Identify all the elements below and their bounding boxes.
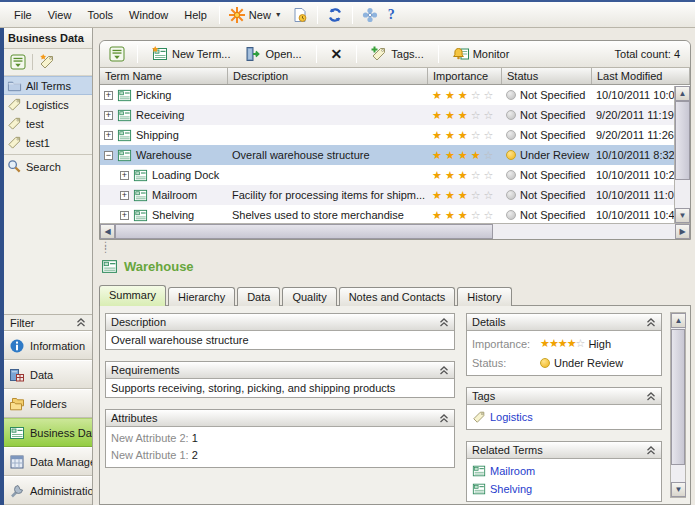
cell-importance: ★★★☆☆: [428, 125, 502, 145]
horizontal-scrollbar[interactable]: ◀ ▶: [100, 223, 690, 239]
expand-toggle[interactable]: +: [120, 171, 129, 180]
nav-administration[interactable]: Administration: [4, 476, 92, 505]
collapse-panel-icon[interactable]: [439, 366, 449, 375]
expand-toggle[interactable]: +: [120, 191, 129, 200]
toolbar-separator: [438, 45, 439, 63]
sidebar-item-test[interactable]: test: [4, 114, 92, 133]
help-button[interactable]: ?: [383, 5, 400, 25]
details-panel-header[interactable]: Details: [467, 314, 661, 331]
cell-importance: ★★★★☆: [428, 145, 502, 165]
sidebar-item-test1[interactable]: test1: [4, 133, 92, 152]
tab-quality[interactable]: Quality: [282, 287, 336, 306]
related-terms-panel-header[interactable]: Related Terms: [467, 442, 661, 459]
scroll-down-button[interactable]: ▼: [675, 208, 690, 223]
open-button[interactable]: Open...: [240, 44, 306, 64]
collapse-panel-icon[interactable]: [439, 318, 449, 327]
description-panel-header[interactable]: Description: [106, 314, 454, 331]
table-row-warehouse[interactable]: − Warehouse Overall warehouse structure …: [100, 145, 690, 165]
scrollbar-thumb[interactable]: [671, 329, 685, 465]
scroll-right-button[interactable]: ▶: [675, 224, 690, 239]
expand-toggle[interactable]: +: [120, 211, 129, 220]
table-row-shipping[interactable]: + Shipping ★★★☆☆ Not Specified 9/20/2011…: [100, 125, 690, 145]
filter-label: Filter: [10, 317, 34, 329]
collapse-panel-icon[interactable]: [646, 392, 656, 401]
nav-business-data[interactable]: Business Data: [4, 418, 92, 447]
expand-toggle[interactable]: +: [104, 131, 113, 140]
grid-rows: + Picking ★★★☆☆ Not Specified 10/10/2011…: [100, 85, 690, 225]
expand-toggle[interactable]: +: [104, 91, 113, 100]
new-button[interactable]: New ▼: [224, 5, 287, 25]
term-icon: [117, 88, 132, 103]
column-header-last-modified[interactable]: Last Modified: [592, 68, 690, 84]
tags-panel: Tags Logistics: [466, 387, 662, 430]
tab-history[interactable]: History: [457, 287, 511, 306]
collapse-panel-icon[interactable]: [646, 446, 656, 455]
delete-button[interactable]: ✕: [326, 44, 348, 64]
menu-file[interactable]: File: [6, 5, 40, 25]
column-header-term-name[interactable]: Term Name: [100, 68, 228, 84]
scrollbar-thumb[interactable]: [115, 224, 493, 239]
toolbar-separator: [32, 54, 33, 70]
column-header-description[interactable]: Description: [228, 68, 428, 84]
monitor-button[interactable]: Monitor: [448, 44, 515, 64]
options-button[interactable]: [357, 5, 383, 25]
menu-view[interactable]: View: [40, 5, 80, 25]
new-tag-button[interactable]: [36, 52, 58, 72]
scroll-up-button[interactable]: ▲: [675, 86, 690, 101]
panel-splitter[interactable]: ⋮⋮: [99, 240, 691, 253]
details-panel: Details Importance: ★★★★☆ High Stat: [466, 313, 662, 376]
toolbar-separator: [219, 6, 220, 24]
vertical-scrollbar[interactable]: ▲ ▼: [670, 312, 686, 498]
column-header-status[interactable]: Status: [502, 68, 592, 84]
requirements-panel-header[interactable]: Requirements: [106, 362, 454, 379]
menu-window[interactable]: Window: [121, 5, 176, 25]
tab-data[interactable]: Data: [237, 287, 280, 306]
tab-notes-and-contacts[interactable]: Notes and Contacts: [339, 287, 456, 306]
table-row-shelving[interactable]: + Shelving Shelves used to store merchan…: [100, 205, 690, 225]
table-row-receiving[interactable]: + Receiving ★★★☆☆ Not Specified 9/20/201…: [100, 105, 690, 125]
related-term-mailroom[interactable]: Mailroom: [472, 462, 656, 480]
menu-tools[interactable]: Tools: [79, 5, 121, 25]
panel-title: Description: [111, 316, 166, 328]
tab-summary[interactable]: Summary: [99, 285, 166, 306]
nav-information[interactable]: Information: [4, 331, 92, 360]
folders-icon: [9, 396, 25, 412]
attributes-panel-header[interactable]: Attributes: [106, 410, 454, 427]
column-header-importance[interactable]: Importance: [428, 68, 502, 84]
scrollbar-thumb[interactable]: [675, 101, 690, 180]
sidebar-item-search[interactable]: Search: [4, 157, 92, 176]
tag-link-logistics[interactable]: Logistics: [472, 408, 656, 426]
menu-help[interactable]: Help: [176, 5, 215, 25]
total-count: Total count: 4: [615, 48, 684, 60]
nav-folders[interactable]: Folders: [4, 389, 92, 418]
nav-data-management[interactable]: Data Management: [4, 447, 92, 476]
table-row-mailroom[interactable]: + Mailroom Facility for processing items…: [100, 185, 690, 205]
new-term-button[interactable]: New Term...: [147, 44, 235, 64]
collapse-list-button[interactable]: [7, 52, 29, 72]
refresh-button[interactable]: [322, 5, 348, 25]
table-row-loading-dock[interactable]: + Loading Dock ★★★☆☆ Not Specified 10/10…: [100, 165, 690, 185]
related-term-shelving[interactable]: Shelving: [472, 480, 656, 498]
collapse-panel-icon[interactable]: [439, 414, 449, 423]
scroll-up-button[interactable]: ▲: [671, 313, 686, 328]
tags-panel-header[interactable]: Tags: [467, 388, 661, 405]
collapse-toggle[interactable]: −: [104, 151, 113, 160]
collapse-list-button[interactable]: [106, 44, 128, 64]
cell-status: Under Review: [502, 145, 592, 165]
cell-description: [228, 165, 428, 185]
nav-data[interactable]: Data: [4, 360, 92, 389]
splitter-handle[interactable]: ⋮⋮: [101, 243, 110, 251]
sidebar-item-logistics[interactable]: Logistics: [4, 95, 92, 114]
filter-header[interactable]: Filter: [4, 314, 92, 331]
tab-hierarchy[interactable]: Hierarchy: [168, 287, 235, 306]
scroll-left-button[interactable]: ◀: [100, 224, 115, 239]
new-document-button[interactable]: [287, 5, 313, 25]
divider: [4, 154, 92, 155]
table-row-picking[interactable]: + Picking ★★★☆☆ Not Specified 10/10/2011…: [100, 85, 690, 105]
collapse-panel-icon[interactable]: [646, 318, 656, 327]
expand-toggle[interactable]: +: [104, 111, 113, 120]
vertical-scrollbar[interactable]: ▲ ▼: [674, 86, 690, 223]
scroll-down-button[interactable]: ▼: [671, 482, 686, 497]
sidebar-item-all-terms[interactable]: All Terms: [4, 76, 92, 95]
tags-button[interactable]: Tags...: [366, 44, 428, 64]
